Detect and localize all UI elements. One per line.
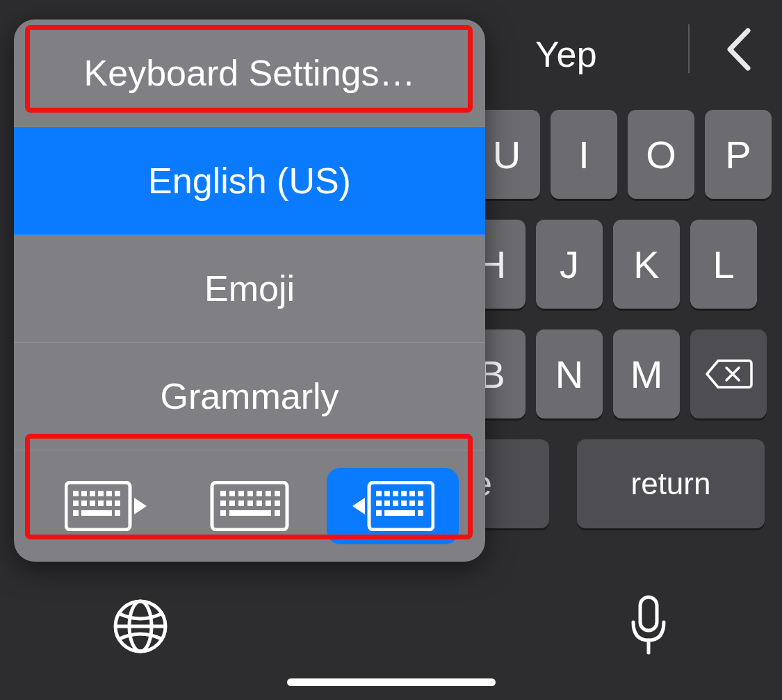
- bottom-bar: [0, 582, 782, 700]
- keyboard-center-icon: [208, 481, 291, 531]
- svg-rect-14: [81, 510, 112, 516]
- svg-rect-24: [220, 500, 226, 506]
- svg-rect-13: [73, 510, 79, 516]
- home-indicator[interactable]: [287, 678, 496, 686]
- keyboard-right-icon: [351, 481, 434, 531]
- svg-rect-42: [384, 500, 390, 506]
- svg-rect-30: [275, 500, 280, 506]
- svg-rect-9: [90, 500, 95, 506]
- svg-rect-26: [238, 500, 244, 506]
- key-i[interactable]: I: [551, 110, 617, 199]
- svg-rect-53: [640, 597, 657, 630]
- key-p[interactable]: P: [705, 110, 772, 199]
- keyboard-left-icon: [65, 481, 148, 531]
- key-j[interactable]: J: [536, 220, 603, 309]
- backspace-key[interactable]: [690, 329, 767, 418]
- key-n[interactable]: N: [536, 329, 603, 418]
- key-l[interactable]: L: [690, 220, 757, 309]
- svg-rect-6: [115, 491, 120, 496]
- chevron-left-icon[interactable]: [722, 25, 756, 76]
- svg-rect-41: [376, 500, 382, 506]
- svg-rect-27: [247, 500, 253, 506]
- svg-rect-8: [81, 500, 87, 506]
- svg-rect-49: [418, 510, 423, 516]
- svg-rect-1: [73, 491, 79, 496]
- keyboard-settings-row[interactable]: Keyboard Settings…: [14, 19, 485, 127]
- key-o[interactable]: O: [628, 110, 694, 199]
- dictation-button[interactable]: [626, 594, 671, 661]
- svg-rect-39: [409, 491, 415, 496]
- svg-rect-23: [275, 491, 280, 496]
- svg-rect-3: [90, 491, 95, 496]
- key-m[interactable]: M: [613, 329, 680, 418]
- svg-rect-5: [106, 491, 112, 496]
- svg-rect-48: [384, 510, 415, 516]
- keyboard-position-right[interactable]: [327, 468, 459, 544]
- svg-rect-35: [376, 491, 382, 496]
- svg-rect-29: [266, 500, 271, 506]
- svg-rect-45: [409, 500, 415, 506]
- svg-rect-15: [115, 510, 120, 516]
- svg-rect-18: [229, 491, 235, 496]
- svg-rect-37: [393, 491, 398, 496]
- svg-rect-44: [401, 500, 407, 506]
- svg-rect-2: [81, 491, 87, 496]
- svg-rect-25: [229, 500, 235, 506]
- svg-rect-12: [115, 500, 120, 506]
- svg-rect-20: [247, 491, 253, 496]
- globe-icon: [111, 597, 170, 656]
- key-k[interactable]: K: [613, 220, 680, 309]
- return-key[interactable]: return: [577, 439, 765, 528]
- svg-rect-4: [98, 491, 104, 496]
- suggestion-divider: [688, 24, 690, 73]
- globe-button[interactable]: [111, 597, 170, 658]
- keyboard-position-row: [14, 450, 485, 562]
- svg-rect-32: [229, 510, 271, 516]
- svg-rect-46: [418, 500, 423, 506]
- keyboard-option-english[interactable]: English (US): [14, 127, 485, 235]
- svg-rect-43: [393, 500, 398, 506]
- keyboard-option-emoji[interactable]: Emoji: [14, 235, 485, 343]
- keyboard-position-center[interactable]: [184, 468, 316, 544]
- suggestion-center[interactable]: Yep: [535, 33, 597, 75]
- backspace-icon: [704, 358, 753, 390]
- svg-rect-31: [220, 510, 226, 516]
- svg-rect-36: [384, 491, 390, 496]
- svg-rect-22: [266, 491, 271, 496]
- svg-rect-19: [238, 491, 244, 496]
- svg-rect-33: [275, 510, 280, 516]
- svg-rect-17: [220, 491, 226, 496]
- keyboard-position-left[interactable]: [40, 468, 172, 544]
- svg-rect-28: [256, 500, 262, 506]
- svg-rect-40: [418, 491, 423, 496]
- svg-rect-21: [256, 491, 262, 496]
- svg-rect-7: [73, 500, 79, 506]
- keyboard-option-grammarly[interactable]: Grammarly: [14, 343, 485, 450]
- microphone-icon: [626, 594, 671, 658]
- svg-rect-10: [98, 500, 104, 506]
- keyboard-switcher-popup: Keyboard Settings… English (US) Emoji Gr…: [14, 19, 485, 562]
- svg-rect-38: [401, 491, 407, 496]
- svg-rect-47: [376, 510, 382, 516]
- svg-rect-11: [106, 500, 112, 506]
